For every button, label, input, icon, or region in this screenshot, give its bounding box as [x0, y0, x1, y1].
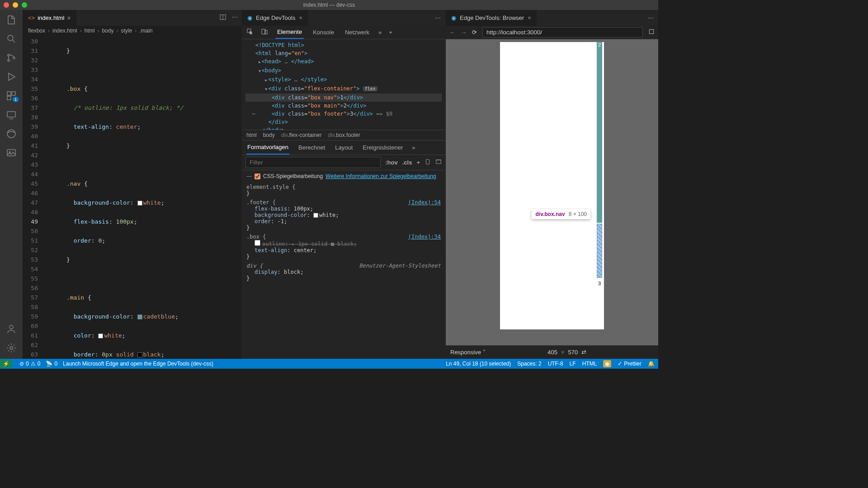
- ports-count[interactable]: 📡 0: [46, 361, 57, 367]
- device-toggle-icon[interactable]: [261, 28, 268, 37]
- account-icon[interactable]: [6, 324, 17, 334]
- settings-icon[interactable]: [6, 343, 17, 353]
- plus-icon[interactable]: +: [416, 159, 420, 166]
- run-debug-icon[interactable]: [6, 71, 17, 82]
- inspect-tooltip: div.box.nav8 × 100: [532, 209, 590, 219]
- source-link[interactable]: (Index):54: [408, 199, 441, 206]
- back-button[interactable]: ←: [449, 29, 455, 36]
- code-editor[interactable]: 3031323334353637383940414243444546474849…: [23, 36, 241, 359]
- page-box-nav-highlight: [597, 224, 602, 278]
- more-icon[interactable]: ⋯: [435, 14, 445, 21]
- svg-point-8: [7, 130, 15, 138]
- inspect-icon[interactable]: [246, 28, 254, 37]
- svg-rect-7: [7, 112, 15, 117]
- more-icon[interactable]: ⋯: [648, 14, 658, 21]
- indent-setting[interactable]: Spaces: 2: [517, 361, 541, 367]
- mirror-label: CSS-Spiegelbearbeitung: [263, 173, 323, 179]
- svg-point-10: [9, 152, 11, 153]
- viewport-width[interactable]: 405: [547, 349, 557, 356]
- page-box-footer: 3: [597, 281, 602, 326]
- minimize-window[interactable]: [13, 2, 18, 8]
- language-mode[interactable]: HTML: [582, 361, 597, 367]
- encoding[interactable]: UTF-8: [548, 361, 563, 367]
- svg-rect-5: [12, 92, 15, 95]
- url-input[interactable]: [482, 27, 643, 38]
- styles-panel[interactable]: element.style { } .footer {(Index):54 fl…: [242, 182, 445, 359]
- remote-icon[interactable]: [6, 109, 17, 120]
- breadcrumb[interactable]: flexbox› index.html› html› body› style› …: [23, 26, 241, 36]
- launch-hint[interactable]: Launch Microsoft Edge and open the Edge …: [63, 361, 213, 367]
- cls-toggle[interactable]: .cls: [402, 159, 412, 166]
- source-control-icon[interactable]: [6, 52, 17, 63]
- tab-elements[interactable]: Elemente: [275, 26, 304, 39]
- more-icon[interactable]: ⋯: [232, 14, 238, 22]
- plus-icon[interactable]: +: [389, 29, 392, 36]
- svg-rect-18: [436, 160, 441, 164]
- browser-tab[interactable]: ◉ Edge DevTools: Browser ×: [446, 10, 537, 26]
- hov-toggle[interactable]: :hov: [385, 159, 397, 166]
- eol[interactable]: LF: [570, 361, 576, 367]
- device-icon[interactable]: [425, 159, 431, 166]
- svg-point-0: [8, 35, 13, 41]
- svg-point-1: [8, 54, 9, 56]
- svg-point-11: [9, 325, 13, 329]
- devtools-toolbar: Elemente Konsole Netzwerk » +: [242, 26, 445, 39]
- remote-button[interactable]: ⚡: [0, 360, 12, 368]
- rule-checkbox[interactable]: [255, 240, 260, 246]
- close-icon[interactable]: ×: [67, 14, 71, 22]
- device-mode-select[interactable]: Responsive ˅: [450, 349, 486, 356]
- source-link[interactable]: (Index):34: [408, 234, 441, 240]
- svg-point-2: [8, 60, 9, 61]
- edge-status-icon[interactable]: ◉: [603, 360, 611, 367]
- close-icon[interactable]: ×: [528, 14, 531, 21]
- styles-toolbar: :hov .cls +: [242, 155, 445, 170]
- editor-column: <> index.html × ⋯ flexbox› index.html› h…: [23, 10, 242, 359]
- subtab-listeners[interactable]: Ereignislistener: [362, 141, 404, 154]
- traffic-lights: [4, 2, 27, 8]
- viewport-height[interactable]: 570: [568, 349, 578, 356]
- rendered-page: 2 3 div.box.nav8 × 100: [500, 42, 604, 329]
- errors-count[interactable]: ⊘ 0 ⚠ 0: [19, 361, 40, 367]
- browser-viewport[interactable]: 2 3 div.box.nav8 × 100: [446, 39, 658, 345]
- panel-icon[interactable]: [435, 159, 442, 166]
- editor-tab-label: index.html: [38, 14, 64, 21]
- prettier-status[interactable]: ✓ Prettier: [618, 361, 642, 367]
- forward-button[interactable]: →: [461, 29, 467, 36]
- device-toolbar: Responsive ˅ 405 × 570 ⇄: [446, 345, 658, 359]
- extensions-icon[interactable]: 1: [6, 90, 17, 101]
- status-bar: ⚡ ⊘ 0 ⚠ 0 📡 0 Launch Microsoft Edge and …: [0, 359, 658, 369]
- notifications-icon[interactable]: 🔔: [648, 361, 655, 367]
- cursor-position[interactable]: Ln 49, Col 18 (10 selected): [446, 361, 511, 367]
- browser-tab-bar: ◉ Edge DevTools: Browser × ⋯: [446, 10, 658, 26]
- close-window[interactable]: [4, 2, 9, 8]
- dom-tree[interactable]: <!DOCTYPE html> <html lang="en"> <head> …: [242, 39, 445, 130]
- subtab-styles[interactable]: Formatvorlagen: [246, 141, 289, 155]
- search-icon[interactable]: [6, 33, 17, 44]
- split-editor-icon[interactable]: [219, 14, 226, 22]
- chevron-right-icon[interactable]: »: [378, 29, 382, 36]
- swap-dims-icon[interactable]: ⇄: [581, 349, 586, 356]
- subtab-layout[interactable]: Layout: [334, 141, 354, 154]
- fullscreen-icon[interactable]: [648, 28, 655, 36]
- maximize-window[interactable]: [22, 2, 27, 8]
- html-file-icon: <>: [28, 14, 35, 21]
- chevron-right-icon[interactable]: »: [412, 144, 415, 151]
- devtools-column: ◉ Edge DevTools × ⋯ Elemente Konsole Net…: [242, 10, 445, 359]
- mirror-link[interactable]: Weitere Informationen zur Spiegelbearbei…: [326, 173, 436, 179]
- image-icon[interactable]: [6, 147, 17, 158]
- close-icon[interactable]: ×: [299, 14, 302, 21]
- styles-tabs: Formatvorlagen Berechnet Layout Ereignis…: [242, 141, 445, 155]
- devtools-tab-label: Edge DevTools: [256, 14, 295, 21]
- explorer-icon[interactable]: [6, 14, 17, 25]
- subtab-computed[interactable]: Berechnet: [297, 141, 326, 154]
- tab-console[interactable]: Konsole: [311, 26, 336, 38]
- tab-network[interactable]: Netzwerk: [343, 26, 371, 38]
- edge-tools-icon[interactable]: [6, 128, 17, 139]
- devtools-tab[interactable]: ◉ Edge DevTools ×: [242, 10, 308, 26]
- editor-tab[interactable]: <> index.html ×: [23, 10, 77, 26]
- devtools-breadcrumb[interactable]: html body div.flex-container div.box.foo…: [242, 130, 445, 141]
- styles-filter-input[interactable]: [245, 157, 381, 168]
- code-content[interactable]: } .box { /* outline: 1px solid black; */…: [45, 36, 241, 359]
- mirror-checkbox[interactable]: [255, 174, 260, 179]
- reload-button[interactable]: ⟳: [472, 29, 477, 36]
